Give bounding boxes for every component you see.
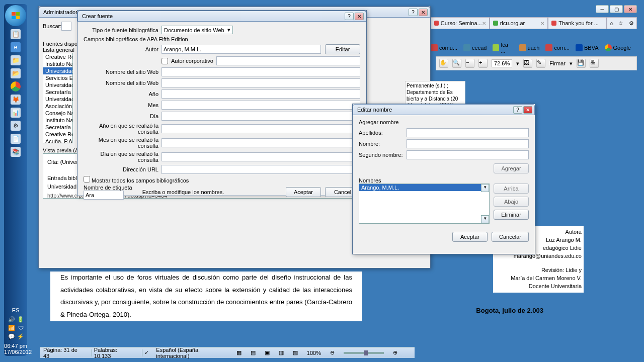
view-read-icon[interactable]: ▤: [251, 349, 256, 356]
zoom-value[interactable]: 100%: [307, 350, 321, 356]
bookmark-item[interactable]: uach: [519, 44, 540, 51]
nombresitio-input[interactable]: [162, 67, 360, 76]
sources-list[interactable]: Creative ResInstituto NacUniversidadServ…: [43, 53, 73, 143]
maximize-button[interactable]: ▢: [610, 5, 623, 13]
source-item[interactable]: Consejo Nac: [43, 110, 72, 117]
tab-3[interactable]: Thank you for ...: [548, 17, 607, 29]
tray-ie-icon[interactable]: e: [11, 42, 21, 52]
tray-app2-icon[interactable]: 📊: [11, 108, 21, 118]
start-button[interactable]: [5, 5, 26, 26]
abajo-button[interactable]: Abajo: [494, 197, 529, 207]
source-item[interactable]: Secretaría de: [43, 124, 72, 131]
tray-chrome-icon[interactable]: [11, 81, 21, 92]
aceptar-button[interactable]: Aceptar: [286, 187, 321, 197]
tray-small-icon[interactable]: 🔋: [17, 316, 24, 323]
mostrar-checkbox[interactable]: [84, 176, 90, 183]
segundo-input[interactable]: [407, 150, 529, 159]
mes-input[interactable]: [162, 101, 360, 110]
source-item[interactable]: Universidad: [43, 67, 72, 74]
source-item[interactable]: Universidad: [43, 81, 72, 88]
autor-input[interactable]: [162, 45, 321, 54]
view-web-icon[interactable]: ▣: [265, 349, 270, 356]
zoom-dropdown-icon[interactable]: ▾: [516, 60, 519, 67]
source-item[interactable]: Instituto Nac: [43, 60, 72, 67]
tipo-select[interactable]: Documento de sitio Web: [164, 27, 224, 33]
tray-app4-icon[interactable]: 📄: [11, 134, 21, 144]
buscar-input[interactable]: [61, 22, 71, 31]
zoom-value[interactable]: 72.6%: [492, 59, 512, 67]
bookmark-item[interactable]: Google: [605, 44, 631, 51]
zoom-in-icon[interactable]: +: [478, 59, 488, 68]
apellidos-input[interactable]: [407, 128, 529, 137]
help-button[interactable]: ?: [345, 13, 354, 20]
tool-icon[interactable]: 🖼: [523, 59, 532, 68]
minimize-button[interactable]: ─: [596, 5, 609, 13]
tab-close-icon[interactable]: ✕: [540, 21, 544, 26]
anoconsulta-input[interactable]: [162, 124, 360, 133]
bookmark-item[interactable]: corri...: [545, 44, 570, 51]
zoom-in-icon[interactable]: ⊕: [393, 349, 397, 356]
pen-icon[interactable]: ✎: [536, 59, 545, 68]
dia-input[interactable]: [162, 112, 360, 121]
bookmark-item[interactable]: cecad: [463, 44, 487, 51]
source-item[interactable]: Creative Res: [43, 131, 72, 138]
help-button[interactable]: ?: [409, 9, 418, 16]
tray-small-icon[interactable]: ⚡: [17, 333, 24, 340]
close-button[interactable]: ✕: [419, 9, 428, 16]
tab-close-icon[interactable]: ✕: [482, 21, 486, 26]
bookmark-item[interactable]: fca ...: [493, 42, 513, 54]
tray-icon[interactable]: 📋: [11, 29, 21, 39]
home-icon[interactable]: ⌂: [610, 20, 613, 26]
source-item[interactable]: Universidad: [43, 96, 72, 103]
sign-button[interactable]: Firmar: [549, 60, 566, 66]
language-indicator[interactable]: Español (España, internacional): [156, 347, 229, 359]
tab-2[interactable]: rlcu.org.ar✕: [490, 17, 548, 29]
edit-title-bar[interactable]: Editar nombre ? ✕: [353, 104, 535, 115]
ano-input[interactable]: [162, 89, 360, 99]
clock-time[interactable]: 06:47 pm: [4, 343, 27, 349]
dropdown-icon[interactable]: ▾: [227, 27, 230, 33]
marquee-zoom-icon[interactable]: 🔍: [452, 59, 461, 68]
spell-icon[interactable]: ✓: [144, 349, 149, 356]
nombresitio2-input[interactable]: [162, 78, 360, 87]
source-item[interactable]: Asociación N: [43, 103, 72, 110]
source-item[interactable]: Creative Res: [43, 53, 72, 60]
clock-date[interactable]: 17/06/2012: [4, 349, 27, 355]
taskbar[interactable]: 📋 e 📁 📂 🦊 📊 ⚙ 📄 📚 ES 🔊🔋 📶🛡 💬⚡ 06:47 pm 1…: [4, 4, 27, 356]
tray-small-icon[interactable]: 💬: [8, 333, 15, 340]
save-icon[interactable]: 💾: [577, 59, 586, 68]
lang-indicator[interactable]: ES: [4, 307, 27, 313]
aceptar-button[interactable]: Aceptar: [452, 232, 488, 242]
cancelar-button[interactable]: Cancelar: [492, 232, 529, 242]
page-indicator[interactable]: Página: 31 de 43: [43, 347, 83, 359]
etiqueta-input[interactable]: [84, 191, 124, 200]
star-icon[interactable]: ☆: [618, 20, 623, 27]
arriba-button[interactable]: Arriba: [494, 184, 529, 194]
view-outline-icon[interactable]: ▥: [279, 349, 284, 356]
tray-small-icon[interactable]: 🔊: [8, 316, 15, 323]
tray-small-icon[interactable]: 🛡: [17, 325, 24, 331]
tray-app5-icon[interactable]: 📚: [11, 147, 21, 157]
zoom-out-icon[interactable]: ⊖: [330, 349, 335, 356]
tray-folder-icon[interactable]: 📁: [11, 55, 21, 65]
tray-folder2-icon[interactable]: 📂: [11, 68, 21, 78]
bookmark-item[interactable]: comu...: [431, 44, 457, 51]
tab-1[interactable]: Curso: Semina...✕: [431, 17, 490, 29]
agregar-button[interactable]: Agregar: [494, 163, 529, 173]
source-item[interactable]: Acuña, P.A.: [43, 138, 72, 143]
editar-button[interactable]: Editar: [325, 44, 360, 54]
names-list[interactable]: Arango, M.M.L. ▾ ▾: [359, 184, 490, 224]
close-button[interactable]: ✕: [523, 106, 532, 114]
corp-input[interactable]: [216, 56, 360, 65]
zoom-slider[interactable]: [344, 352, 384, 354]
source-item[interactable]: Secretaría de: [43, 88, 72, 96]
bookmark-item[interactable]: BBVA: [576, 44, 599, 51]
word-count[interactable]: Palabras: 10,133: [94, 347, 133, 359]
source-item[interactable]: Servicios Edu: [43, 74, 72, 81]
source-item[interactable]: Instituto Nac: [43, 117, 72, 124]
tray-app3-icon[interactable]: ⚙: [11, 121, 21, 131]
eliminar-button[interactable]: Eliminar: [494, 210, 529, 220]
mesconsulta-input[interactable]: [162, 138, 360, 147]
name-item-selected[interactable]: Arango, M.M.L.: [359, 184, 489, 191]
tray-app-icon[interactable]: 🦊: [11, 95, 21, 105]
